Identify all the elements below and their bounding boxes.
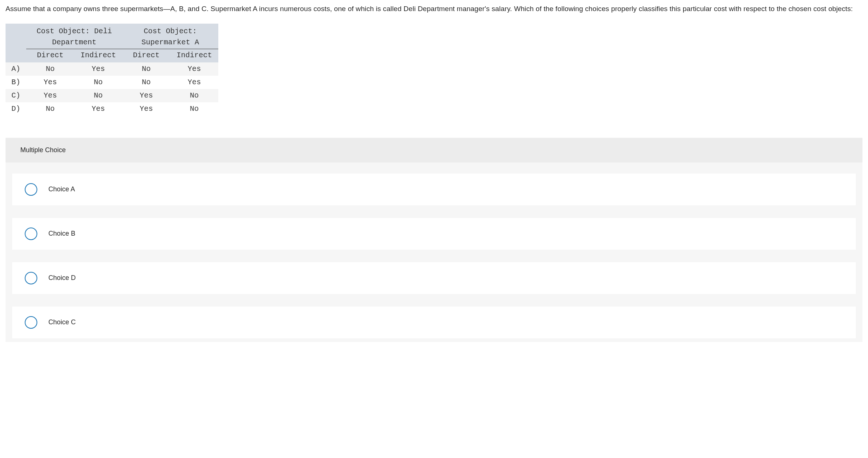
choice-label: Choice D bbox=[48, 273, 76, 283]
cell: Yes bbox=[122, 102, 170, 116]
radio-icon[interactable] bbox=[25, 228, 37, 240]
group-header-deli: Cost Object: Deli Department bbox=[26, 24, 122, 49]
cell: No bbox=[170, 89, 218, 102]
cell: Yes bbox=[26, 76, 74, 89]
row-label: B) bbox=[6, 76, 26, 89]
radio-icon[interactable] bbox=[25, 316, 37, 329]
cell: No bbox=[74, 76, 122, 89]
choice-label: Choice B bbox=[48, 229, 75, 239]
choice-option[interactable]: Choice B bbox=[12, 218, 856, 250]
cell: Yes bbox=[74, 102, 122, 116]
cell: Yes bbox=[170, 62, 218, 76]
cost-object-table: Cost Object: Deli Department Cost Object… bbox=[6, 24, 218, 116]
group-header-super-line2: Supermarket A bbox=[141, 38, 199, 47]
row-label: C) bbox=[6, 89, 26, 102]
cell: No bbox=[122, 76, 170, 89]
table-row: D) No Yes Yes No bbox=[6, 102, 218, 116]
table-corner bbox=[6, 24, 26, 62]
multiple-choice-header: Multiple Choice bbox=[6, 138, 862, 163]
cell: No bbox=[26, 102, 74, 116]
group-header-super-line1: Cost Object: bbox=[144, 27, 197, 35]
cell: No bbox=[170, 102, 218, 116]
choices-list: Choice A Choice B Choice D Choice C bbox=[6, 163, 862, 342]
table-row: C) Yes No Yes No bbox=[6, 89, 218, 102]
choice-option[interactable]: Choice D bbox=[12, 262, 856, 294]
choice-label: Choice C bbox=[48, 317, 76, 327]
sub-header-2: Direct bbox=[122, 49, 170, 62]
radio-icon[interactable] bbox=[25, 183, 37, 196]
choice-option[interactable]: Choice A bbox=[12, 174, 856, 205]
group-header-deli-line1: Cost Object: Deli bbox=[37, 27, 112, 35]
group-header-supermarket: Cost Object: Supermarket A bbox=[122, 24, 218, 49]
answer-area: Multiple Choice Choice A Choice B Choice… bbox=[6, 138, 862, 342]
choice-option[interactable]: Choice C bbox=[12, 307, 856, 338]
row-label: D) bbox=[6, 102, 26, 116]
cell: No bbox=[26, 62, 74, 76]
table-row: A) No Yes No Yes bbox=[6, 62, 218, 76]
sub-header-0: Direct bbox=[26, 49, 74, 62]
sub-header-3: Indirect bbox=[170, 49, 218, 62]
cell: Yes bbox=[122, 89, 170, 102]
cell: No bbox=[122, 62, 170, 76]
cell: No bbox=[74, 89, 122, 102]
choice-label: Choice A bbox=[48, 184, 75, 194]
group-header-deli-line2: Department bbox=[52, 38, 96, 47]
table-row: B) Yes No No Yes bbox=[6, 76, 218, 89]
cell: Yes bbox=[26, 89, 74, 102]
cell: Yes bbox=[74, 62, 122, 76]
radio-icon[interactable] bbox=[25, 272, 37, 284]
question-text: Assume that a company owns three superma… bbox=[6, 4, 862, 14]
row-label: A) bbox=[6, 62, 26, 76]
sub-header-1: Indirect bbox=[74, 49, 122, 62]
cell: Yes bbox=[170, 76, 218, 89]
